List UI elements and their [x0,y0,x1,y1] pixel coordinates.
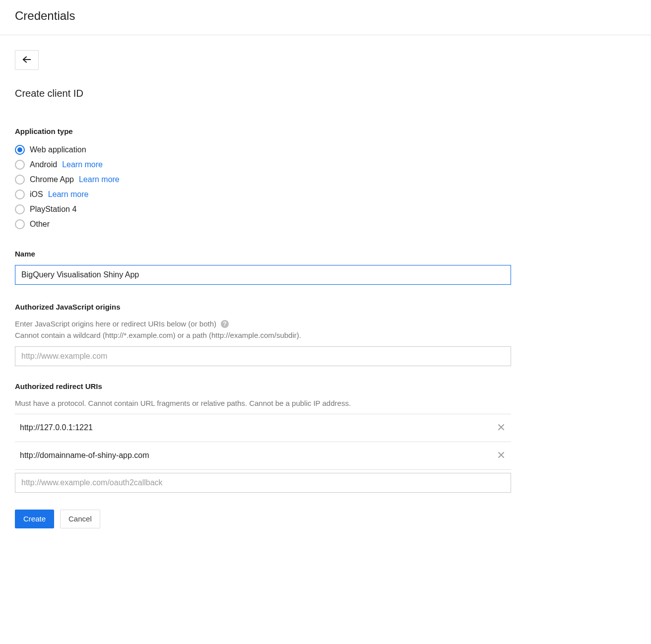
name-label: Name [15,250,511,258]
radio-option-ios[interactable]: iOSLearn more [15,187,511,202]
js-origins-label: Authorized JavaScript origins [15,303,511,311]
radio-other[interactable] [15,219,25,229]
radio-option-ps4[interactable]: PlayStation 4 [15,202,511,217]
js-origins-help-line1: Enter JavaScript origins here or redirec… [15,318,216,329]
close-icon [497,451,505,460]
radio-label-web[interactable]: Web application [30,145,86,154]
application-type-group: Web applicationAndroidLearn moreChrome A… [15,142,511,232]
remove-uri-button[interactable] [495,449,507,462]
js-origins-help-line2: Cannot contain a wildcard (http://*.exam… [15,331,301,339]
cancel-button[interactable]: Cancel [60,510,100,528]
remove-uri-button[interactable] [495,421,507,435]
radio-label-ios[interactable]: iOS [30,190,43,199]
svg-text:?: ? [223,321,226,327]
radio-ps4[interactable] [15,204,25,214]
help-icon[interactable]: ? [220,320,229,328]
radio-web[interactable] [15,145,25,155]
radio-label-other[interactable]: Other [30,220,50,229]
radio-label-android[interactable]: Android [30,160,57,169]
radio-option-android[interactable]: AndroidLearn more [15,157,511,172]
radio-option-chrome[interactable]: Chrome AppLearn more [15,172,511,187]
radio-option-web[interactable]: Web application [15,142,511,157]
radio-chrome[interactable] [15,175,25,185]
back-button[interactable] [15,50,39,70]
name-input[interactable] [15,265,511,285]
redirect-uri-row: http://127.0.0.1:1221 [15,414,511,442]
page-title: Credentials [0,0,651,35]
js-origins-input[interactable] [15,346,511,366]
back-arrow-icon [21,54,32,66]
radio-ios[interactable] [15,190,25,199]
radio-label-ps4[interactable]: PlayStation 4 [30,205,76,214]
redirect-uris-help: Must have a protocol. Cannot contain URL… [15,397,511,409]
create-button[interactable]: Create [15,510,54,528]
radio-android[interactable] [15,160,25,170]
learn-more-link-android[interactable]: Learn more [62,160,103,169]
learn-more-link-chrome[interactable]: Learn more [79,175,120,184]
sub-heading: Create client ID [15,88,511,99]
close-icon [497,423,505,433]
learn-more-link-ios[interactable]: Learn more [48,190,89,199]
redirect-uri-text: http://127.0.0.1:1221 [20,423,495,432]
redirect-uri-list: http://127.0.0.1:1221http://domainname-o… [15,414,511,470]
application-type-label: Application type [15,127,511,135]
redirect-uri-row: http://domainname-of-shiny-app.com [15,442,511,470]
redirect-uri-input[interactable] [15,473,511,493]
radio-option-other[interactable]: Other [15,217,511,232]
js-origins-help: Enter JavaScript origins here or redirec… [15,318,511,341]
redirect-uri-text: http://domainname-of-shiny-app.com [20,451,495,460]
redirect-uris-label: Authorized redirect URIs [15,382,511,390]
radio-label-chrome[interactable]: Chrome App [30,175,74,184]
